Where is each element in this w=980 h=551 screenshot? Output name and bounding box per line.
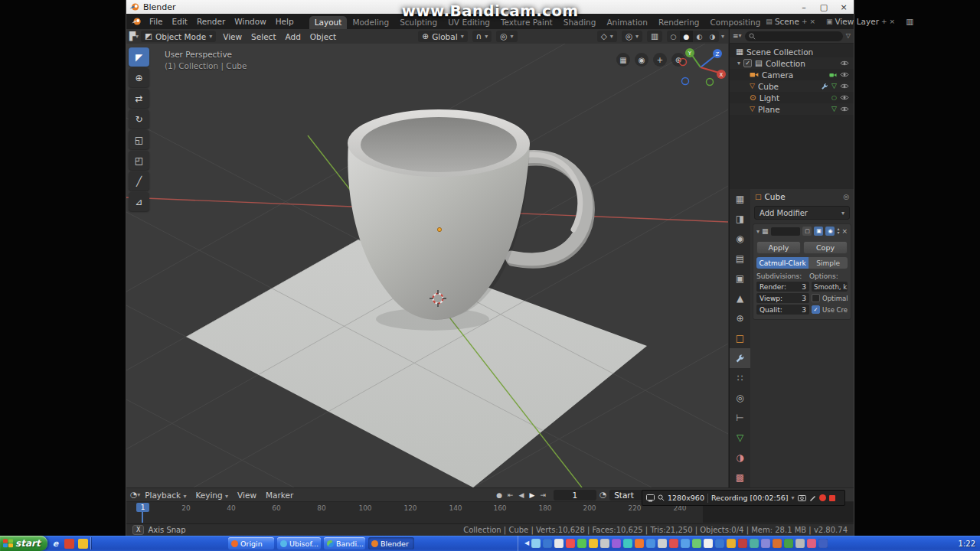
close-button[interactable]: × <box>834 0 854 14</box>
navigation-gizmo[interactable]: Y Z X <box>676 44 727 93</box>
stop-icon[interactable] <box>829 495 835 501</box>
task-button-ubisoft[interactable]: Ubisof... <box>277 537 321 549</box>
expand-icon[interactable]: ▾ <box>737 60 740 67</box>
menu-marker[interactable]: Marker <box>261 491 298 500</box>
new-view-layer-icon[interactable]: + <box>881 18 887 25</box>
screenshot-icon[interactable] <box>798 494 806 501</box>
tray-icon[interactable] <box>773 539 782 548</box>
tray-icon[interactable] <box>531 539 541 548</box>
delete-modifier-icon[interactable]: × <box>841 228 848 235</box>
shading-solid-button[interactable]: ● <box>680 31 693 42</box>
jump-to-start-icon[interactable]: ⇤ <box>508 491 514 499</box>
xray-toggle[interactable]: ▥ <box>647 31 662 42</box>
outliner-row-plane[interactable]: ▽ Plane ▽ <box>730 103 854 115</box>
constraints-tab-icon[interactable]: ⊢ <box>730 408 750 428</box>
catmull-clark-button[interactable]: Catmull-Clark <box>756 257 808 269</box>
task-button-bandicam[interactable]: Bandi... <box>324 537 365 549</box>
scale-tool[interactable]: ◱ <box>129 130 149 149</box>
chevron-down-icon[interactable]: ▾ <box>792 494 795 501</box>
new-scene-icon[interactable]: + <box>802 18 808 25</box>
properties-editor-icon[interactable]: ▦ <box>730 189 750 209</box>
task-button-origin[interactable]: Origin <box>228 537 274 549</box>
tray-icon[interactable] <box>543 539 552 548</box>
tray-icon[interactable] <box>807 539 816 548</box>
snap-toggle[interactable]: ∩▾ <box>472 31 492 42</box>
uv-smooth-dropdown[interactable]: Smooth, k... <box>812 282 848 292</box>
use-creases-checkbox[interactable]: ✓ Use Cre... <box>812 305 848 315</box>
tray-icon[interactable] <box>658 539 667 548</box>
tray-icon[interactable] <box>704 539 713 548</box>
menu-playback[interactable]: Playback ▾ <box>140 491 191 500</box>
tray-icon[interactable] <box>646 539 655 548</box>
breadcrumb-object[interactable]: Cube <box>765 192 786 201</box>
tray-icon[interactable] <box>566 539 575 548</box>
outliner-row-camera[interactable]: Camera <box>730 69 854 80</box>
object-tab-icon[interactable]: □ <box>730 328 750 348</box>
use-preview-range-icon[interactable]: ◔ <box>599 491 606 499</box>
shading-material-button[interactable]: ◐ <box>693 31 706 42</box>
taskbar-clock[interactable]: 1:22 <box>959 540 975 548</box>
maximize-button[interactable]: ▢ <box>814 0 834 14</box>
render-display-toggle[interactable]: ◉ <box>825 227 835 236</box>
current-frame-marker[interactable]: 1 <box>136 503 149 512</box>
menu-select[interactable]: Select <box>247 32 280 41</box>
overlays-toggle[interactable]: ◎▾ <box>622 31 642 42</box>
unlink-scene-icon[interactable]: × <box>809 18 815 25</box>
tool-tab-icon[interactable]: ◨ <box>730 209 750 229</box>
current-frame-field[interactable]: 1 <box>554 490 596 500</box>
add-modifier-dropdown[interactable]: Add Modifier ▾ <box>754 206 850 220</box>
menu-edit[interactable]: Edit <box>168 17 192 26</box>
render-tab-icon[interactable]: ◉ <box>730 229 750 249</box>
collection-checkbox[interactable]: ✓ <box>743 59 752 67</box>
orientation-dropdown[interactable]: ⊕ Global ▾ <box>418 31 467 42</box>
timeline-editor-icon[interactable]: ◔▾ <box>130 491 140 499</box>
record-icon[interactable] <box>819 494 826 501</box>
texture-tab-icon[interactable]: ▩ <box>730 468 750 487</box>
outliner-row-collection[interactable]: ▾ ✓ ▤ Collection <box>730 57 854 69</box>
gizmos-toggle[interactable]: ◇▾ <box>597 31 617 42</box>
tray-icon[interactable] <box>727 539 736 548</box>
tab-modeling[interactable]: Modeling <box>347 16 394 29</box>
viewport-display-toggle[interactable]: ▣ <box>814 227 823 236</box>
tab-animation[interactable]: Animation <box>601 16 653 29</box>
view-layer-selector[interactable]: ▣ View Layer + × <box>826 17 895 26</box>
menu-view-timeline[interactable]: View <box>233 491 261 500</box>
scene-tab-icon[interactable]: ▲ <box>730 289 750 308</box>
eye-icon[interactable] <box>840 71 849 78</box>
menu-file[interactable]: File <box>145 17 168 26</box>
filter-icon[interactable]: ▽ <box>846 33 851 39</box>
tray-icon[interactable] <box>795 539 805 548</box>
move-tool[interactable]: ⇄ <box>129 89 149 108</box>
internet-explorer-icon[interactable]: e <box>51 539 60 549</box>
play-reverse-icon[interactable]: ◀ <box>519 491 524 499</box>
proportional-edit-toggle[interactable]: ◎▾ <box>496 31 517 42</box>
editmode-toggle[interactable]: ▢ <box>802 227 812 236</box>
eye-icon[interactable] <box>840 60 849 67</box>
tray-icon[interactable] <box>669 539 678 548</box>
tab-layout[interactable]: Layout <box>309 16 348 29</box>
particles-tab-icon[interactable]: ∷ <box>730 368 750 388</box>
tray-icon[interactable] <box>612 539 621 548</box>
outliner-search-input[interactable] <box>745 31 843 41</box>
minimize-button[interactable]: – <box>794 0 814 14</box>
hide-icons-arrow[interactable]: ◀ <box>524 540 529 546</box>
remove-view-layer-icon[interactable]: × <box>890 18 896 25</box>
tray-icon[interactable] <box>681 539 690 548</box>
viewport-subdivisions-field[interactable]: Viewp: 3 <box>756 293 809 303</box>
quality-field[interactable]: Qualit: 3 <box>756 305 809 315</box>
select-box-tool[interactable]: ◤ <box>129 47 149 67</box>
world-tab-icon[interactable]: ⊕ <box>730 308 750 328</box>
pin-icon[interactable]: ◎ <box>843 194 849 201</box>
blender-menu-logo-icon[interactable] <box>131 17 142 26</box>
copy-button[interactable]: Copy <box>803 241 848 254</box>
start-button[interactable]: start <box>0 536 47 551</box>
menu-window[interactable]: Window <box>230 17 270 26</box>
optimal-display-checkbox[interactable]: Optimal .. <box>812 293 848 303</box>
rotate-tool[interactable]: ↻ <box>129 109 149 129</box>
menu-add[interactable]: Add <box>281 32 305 41</box>
cursor-tool[interactable]: ⊕ <box>129 68 149 87</box>
tray-icon[interactable] <box>738 539 747 548</box>
tab-rendering[interactable]: Rendering <box>653 16 705 29</box>
eye-icon[interactable] <box>840 83 849 90</box>
move-modifier-arrows[interactable]: ▴▾ <box>837 227 839 235</box>
